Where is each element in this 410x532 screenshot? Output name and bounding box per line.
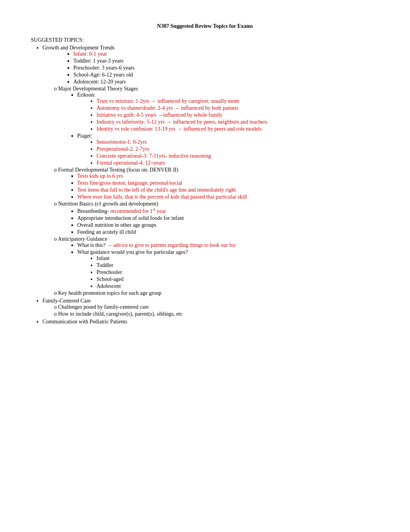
list-item-major-dev: Major Developmental Theory Stages Erikso… xyxy=(54,86,379,166)
what-is-this-text: What is this? xyxy=(77,242,107,248)
piaget-label: Piaget: xyxy=(77,133,92,139)
erikson-3-arrow-text: influenced by whole family xyxy=(163,112,222,118)
anticipatory-list: What is this? → advice to give to parent… xyxy=(77,242,379,289)
nutrition-3-text: Overall nutrition in other age groups xyxy=(77,222,156,228)
list-item-toddler: Toddler: 1 year-3 years xyxy=(73,58,379,64)
erikson-item-3: Initiative vs guilt: 4-5 years →influenc… xyxy=(97,112,379,118)
nutrition-label: Nutrition Basics (r/t growth and develop… xyxy=(58,201,158,207)
ages-item-toddler: Toddler xyxy=(97,262,379,269)
growth-sub-list: Infant: 0-1 year Toddler: 1 year-3 years… xyxy=(73,51,379,85)
list-item-communication: Communication with Pediatric Patients xyxy=(42,319,379,325)
list-item-growth: Growth and Development Trends Infant: 0-… xyxy=(42,45,379,296)
dev-theory-list: Erikson: Trust vs mistrust: 1-2yrs → inf… xyxy=(77,92,379,166)
list-item-anticipatory: Anticipatory Guidance What is this? → ad… xyxy=(54,236,379,289)
piaget-list: Sensorimotor-1: 0-2yrs Preoperational-2:… xyxy=(97,139,379,166)
adolescent-text: Adolescent: 12-20 years xyxy=(73,79,126,85)
ages-list: Infant Toddler Preschooler School-aged A… xyxy=(97,255,379,289)
denver-4-text: Where ever line falls, that is the perce… xyxy=(77,194,247,200)
school-age-text: School-Age: 6-12 years old xyxy=(73,72,133,78)
arrow-icon-5: → xyxy=(177,126,182,132)
nutrition-4-text: Feeding an acutely ill child xyxy=(77,229,136,235)
family-circle-list: Challenges posed by family-centered care… xyxy=(54,304,379,317)
erikson-list: Trust vs mistrust: 1-2yrs → influenced b… xyxy=(97,98,379,132)
piaget-1-text: Sensorimotor-1: 0-2yrs xyxy=(97,139,147,145)
anticipatory-arrow-text: advice to give to parents regarding thin… xyxy=(112,242,235,248)
suggested-label: SUGGESTED TOPICS: xyxy=(31,37,379,43)
nutrition-item-1: Breastfeeding- recommended for 1st year xyxy=(77,207,379,214)
ages-preschooler-text: Preschooler xyxy=(97,269,122,275)
growth-circle-list: Major Developmental Theory Stages Erikso… xyxy=(54,86,379,296)
toddler-text: Toddler: 1 year-3 years xyxy=(73,58,124,64)
preschooler-text: Preschooler: 3 years-6 years xyxy=(73,65,134,71)
piaget-3-text: Concrete operational-3: 7-11yrs- inducti… xyxy=(97,153,211,159)
list-item-adolescent: Adolescent: 12-20 years xyxy=(73,79,379,85)
erikson-2-text: Autonomy vs shame/doubt: 2-4 yrs xyxy=(97,105,174,111)
erikson-3-text: Initiative vs guilt: 4-5 years xyxy=(97,112,158,118)
ages-adolescent-text: Adolescent xyxy=(97,283,121,289)
denver-list: Tests kids up to 6 yrs Tests fine/gross … xyxy=(77,173,379,200)
arrow-icon-2: → xyxy=(174,105,180,111)
major-dev-label: Major Developmental Theory Stages xyxy=(58,86,138,92)
ages-toddler-text: Toddler xyxy=(97,262,113,268)
nutrition-2-text: Appropriate introduction of solid foods … xyxy=(77,215,184,221)
nutrition-item-3: Overall nutrition in other age groups xyxy=(77,222,379,228)
erikson-2-arrow-text: influenced by both parents xyxy=(180,105,238,111)
denver-item-1: Tests kids up to 6 yrs xyxy=(77,173,379,179)
arrow-icon-4: → xyxy=(166,119,171,125)
piaget-2-text: Preoperational-2: 2-7yrs xyxy=(97,146,149,152)
anticipatory-item-1: What is this? → advice to give to parent… xyxy=(77,242,379,248)
growth-label: Growth and Development Trends xyxy=(42,45,115,51)
piaget-item-2: Preoperational-2: 2-7yrs xyxy=(97,146,379,152)
anticipatory-label: Anticipatory Guidance xyxy=(58,236,107,242)
ages-item-school-aged: School-aged xyxy=(97,276,379,282)
piaget-item-4: Formal operational-4: 12+years xyxy=(97,160,379,166)
erikson-1-arrow-text: influenced by caregiver, usually mom xyxy=(156,98,239,104)
piaget-item-1: Sensorimotor-1: 0-2yrs xyxy=(97,139,379,145)
denver-item-4: Where ever line falls, that is the perce… xyxy=(77,194,379,200)
erikson-label: Erikson: xyxy=(77,92,95,98)
top-level-list: Growth and Development Trends Infant: 0-… xyxy=(42,45,379,325)
ages-item-adolescent: Adolescent xyxy=(97,283,379,289)
piaget-4-text: Formal operational-4: 12+years xyxy=(97,160,165,166)
list-item-key-health: Key health promotion topics for each age… xyxy=(54,290,379,296)
nutrition-item-2: Appropriate introduction of solid foods … xyxy=(77,215,379,221)
list-item-preschooler: Preschooler: 3 years-6 years xyxy=(73,65,379,71)
family-item-1: Challenges posed by family-centered care xyxy=(54,304,379,310)
erikson-4-arrow-text: influenced by peers, neighbors and teach… xyxy=(171,119,267,125)
anticipatory-item-2: What guidance would you give for particu… xyxy=(77,249,379,289)
family-label: Family-Centered Care xyxy=(42,298,91,304)
infant-text: Infant: 0-1 year xyxy=(73,51,107,57)
arrow-icon-6: → xyxy=(107,242,112,248)
list-item-family: Family-Centered Care Challenges posed by… xyxy=(42,298,379,317)
erikson-5-text: Identity vs role confusion: 13-19 yrs xyxy=(97,126,177,132)
erikson-item-5: Identity vs role confusion: 13-19 yrs → … xyxy=(97,126,379,132)
piaget-item-3: Concrete operational-3: 7-11yrs- inducti… xyxy=(97,153,379,159)
list-item-infant: Infant: 0-1 year xyxy=(73,51,379,57)
page-title: N307 Suggested Review Topics for Exams xyxy=(31,23,379,29)
breastfeeding-red-text: recommended for 1st year xyxy=(110,208,166,214)
erikson-item-1: Trust vs mistrust: 1-2yrs → influenced b… xyxy=(97,98,379,104)
list-item-school-age: School-Age: 6-12 years old xyxy=(73,72,379,78)
ages-item-preschooler: Preschooler xyxy=(97,269,379,275)
denver-3-text: Test items that fall to the left of the … xyxy=(77,187,236,193)
denver-1-text: Tests kids up to 6 yrs xyxy=(77,173,123,179)
family-1-text: Challenges posed by family-centered care xyxy=(58,304,149,310)
ages-infant-text: Infant xyxy=(97,255,109,261)
family-2-text: How to include child, caregiver(s), pare… xyxy=(58,311,183,317)
list-item-piaget: Piaget: Sensorimotor-1: 0-2yrs Preoperat… xyxy=(77,133,379,166)
communication-label: Communication with Pediatric Patients xyxy=(42,319,127,325)
nutrition-item-4: Feeding an acutely ill child xyxy=(77,229,379,235)
ages-item-infant: Infant xyxy=(97,255,379,262)
erikson-4-text: Industry vs inferiority: 5-12 yrs xyxy=(97,119,166,125)
list-item-formal-dev: Formal Developmental Testing (focus on: … xyxy=(54,167,379,200)
breastfeeding-text: Breastfeeding- xyxy=(77,208,110,214)
key-health-label: Key health promotion topics for each age… xyxy=(58,290,162,296)
erikson-item-2: Autonomy vs shame/doubt: 2-4 yrs → influ… xyxy=(97,105,379,111)
formal-dev-label: Formal Developmental Testing (focus on: … xyxy=(58,167,178,173)
nutrition-list: Breastfeeding- recommended for 1st year … xyxy=(77,207,379,235)
denver-2-text: Tests fine/gross motor, language, person… xyxy=(77,180,182,186)
denver-item-3: Test items that fall to the left of the … xyxy=(77,187,379,193)
list-item-nutrition: Nutrition Basics (r/t growth and develop… xyxy=(54,201,379,235)
denver-item-2: Tests fine/gross motor, language, person… xyxy=(77,180,379,186)
arrow-icon-3: → xyxy=(158,112,163,118)
